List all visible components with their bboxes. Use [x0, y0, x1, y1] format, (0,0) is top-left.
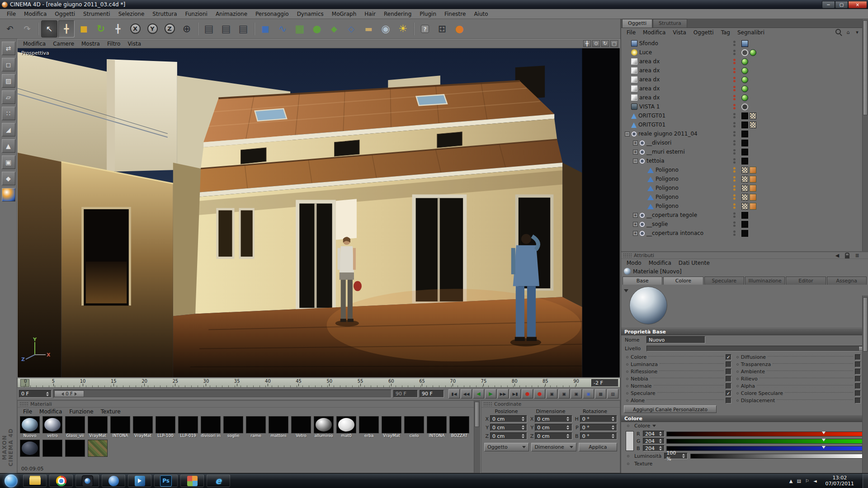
object-name[interactable]: Poligono — [656, 167, 679, 173]
undo-button[interactable]: ↶ — [2, 20, 18, 38]
menu-item[interactable]: MoGraph — [328, 10, 361, 18]
material-item[interactable]: erba — [358, 416, 380, 438]
visibility-dots[interactable] — [731, 122, 737, 127]
channel-checkbox[interactable] — [726, 361, 731, 367]
object-tags[interactable] — [741, 212, 771, 219]
polygons-mode-button[interactable]: ▲ — [2, 139, 15, 153]
record-parameter-toggle[interactable]: ▣ — [583, 389, 594, 399]
value-stepper[interactable] — [521, 416, 525, 422]
playback-options-button[interactable]: ▦ — [595, 389, 606, 399]
global-axes-tool[interactable]: ╋ — [110, 20, 126, 38]
history-icon[interactable]: ≣ — [854, 252, 861, 259]
c4d-logo-button[interactable] — [2, 188, 15, 202]
workplane-mode-button[interactable]: ▱ — [2, 90, 15, 104]
value-stepper[interactable] — [566, 424, 570, 431]
timeline-offset-field[interactable]: -2 F — [591, 379, 618, 387]
goto-end-button[interactable]: ▶▮ — [509, 389, 521, 399]
viewport-menu-item[interactable]: Vista — [124, 40, 145, 47]
material-thumbnail[interactable] — [88, 416, 108, 433]
object-tags[interactable] — [741, 122, 771, 128]
add-channel-button[interactable]: Aggiungi Canale Personalizzato — [624, 405, 717, 413]
expand-toggle[interactable] — [641, 177, 646, 182]
object-tree-row[interactable]: Luce — [621, 48, 862, 57]
visibility-dots[interactable] — [731, 131, 737, 136]
material-thumbnail[interactable] — [427, 416, 447, 433]
object-name[interactable]: Poligono — [656, 194, 679, 200]
visibility-dots[interactable] — [731, 221, 737, 227]
channel-checkbox[interactable] — [726, 383, 731, 389]
material-thumbnail[interactable] — [20, 416, 40, 433]
object-name[interactable]: Poligono — [656, 185, 679, 191]
viewport-rotate-icon[interactable]: ↻ — [601, 40, 609, 47]
color-mode-dropdown[interactable]: Colore — [634, 423, 656, 429]
coordinate-field[interactable]: 0 cm — [490, 415, 527, 422]
object-name[interactable]: __copertura tegole — [646, 212, 697, 218]
menu-item[interactable]: Personaggio — [251, 10, 293, 18]
value-stepper[interactable] — [566, 416, 570, 422]
animation-dot[interactable] — [627, 463, 629, 465]
attribute-tab[interactable]: Editor — [786, 277, 826, 285]
object-tags[interactable] — [741, 58, 771, 65]
visibility-dots[interactable] — [731, 68, 737, 73]
object-tags[interactable] — [741, 230, 771, 237]
coordinate-field[interactable]: 0 cm — [535, 424, 572, 431]
render-settings-button[interactable]: ▤ — [235, 20, 251, 38]
material-menu-item[interactable]: Funzione — [66, 408, 97, 415]
material-thumbnail[interactable] — [359, 416, 379, 433]
material-scrollbar[interactable] — [474, 401, 480, 473]
attribute-tab[interactable]: Assegna — [827, 277, 867, 285]
material-thumbnail[interactable] — [449, 416, 469, 433]
chrome[interactable] — [49, 474, 73, 487]
object-name[interactable]: VISTA 1 — [639, 103, 660, 110]
material-thumbnail[interactable] — [201, 416, 221, 433]
material-thumbnail[interactable] — [404, 416, 424, 433]
object-tags[interactable] — [741, 49, 771, 56]
object-tags[interactable] — [741, 67, 771, 74]
luminosita-field[interactable]: 100 % — [664, 453, 688, 459]
viewport-menu-item[interactable]: Camere — [49, 40, 78, 47]
object-name[interactable]: __copertura intonaco — [646, 230, 703, 236]
color-swatch[interactable] — [626, 431, 634, 451]
visibility-dots[interactable] — [731, 50, 737, 55]
object-tree-row[interactable]: VISTA 1 — [621, 102, 862, 111]
attribute-tab[interactable]: Base — [623, 277, 662, 285]
add-light-button[interactable]: ☀ — [395, 20, 411, 38]
material-item[interactable] — [86, 440, 109, 457]
channel-checkbox[interactable] — [726, 398, 731, 404]
viewport-canvas[interactable]: Prospettiva Y X Z — [18, 48, 620, 377]
animation-dot[interactable] — [626, 399, 628, 402]
visibility-dots[interactable] — [731, 95, 737, 100]
material-item[interactable]: vetro — [41, 416, 64, 438]
material-thumbnail[interactable] — [314, 416, 334, 433]
object-name[interactable]: area dx — [639, 94, 660, 101]
material-item[interactable] — [19, 440, 41, 457]
expand-toggle[interactable] — [625, 95, 630, 100]
channel-checkbox[interactable] — [855, 361, 861, 367]
coordinate-field[interactable]: 0 cm — [490, 424, 527, 431]
visibility-dots[interactable] — [731, 158, 737, 164]
material-thumbnail[interactable] — [42, 440, 62, 457]
material-item[interactable]: LLP-019 — [177, 416, 199, 438]
object-name[interactable]: ORITGT01 — [638, 113, 665, 119]
maximize-button[interactable]: ▢ — [835, 1, 848, 9]
object-tree-row[interactable]: + __muri esterni — [621, 147, 862, 156]
object-name[interactable]: Poligono — [656, 176, 679, 182]
add-floor-button[interactable]: ▬ — [360, 20, 377, 38]
office[interactable] — [180, 474, 204, 487]
menu-item[interactable]: Strumenti — [79, 10, 114, 18]
material-menu-item[interactable]: Modifica — [36, 408, 66, 415]
value-stepper[interactable] — [658, 446, 662, 451]
object-menu-item[interactable]: Vista — [669, 29, 690, 36]
coordinate-field[interactable]: 0 cm — [535, 432, 572, 440]
content-browser-button[interactable]: ⊞ — [434, 20, 450, 38]
explorer[interactable] — [23, 474, 47, 487]
material-thumbnail[interactable] — [65, 440, 85, 457]
object-tags[interactable] — [741, 140, 771, 146]
expand-toggle[interactable] — [641, 186, 646, 191]
visibility-dots[interactable] — [731, 212, 737, 218]
component-value-field[interactable]: 204 — [643, 438, 665, 444]
component-gradient-slider[interactable] — [666, 446, 863, 451]
visibility-dots[interactable] — [731, 185, 737, 191]
attributes-scrollbar[interactable] — [862, 296, 868, 473]
expand-toggle[interactable] — [641, 204, 646, 209]
